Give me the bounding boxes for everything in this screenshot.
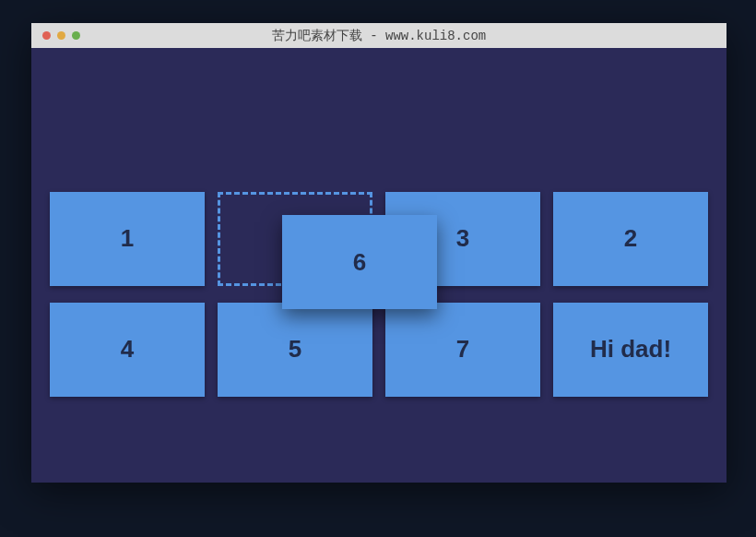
card-2[interactable]: 2: [553, 192, 708, 286]
card-6-dragging[interactable]: 6: [282, 215, 437, 309]
card-5[interactable]: 5: [218, 303, 372, 397]
card-1[interactable]: 1: [50, 192, 205, 286]
titlebar: 苦力吧素材下载 - www.kuli8.com: [31, 23, 726, 48]
card-hi-dad[interactable]: Hi dad!: [553, 303, 708, 397]
maximize-icon[interactable]: [72, 31, 80, 40]
window-controls: [42, 31, 80, 40]
close-icon[interactable]: [42, 31, 51, 40]
window-title: 苦力吧素材下载 - www.kuli8.com: [31, 28, 726, 44]
minimize-icon[interactable]: [57, 31, 65, 40]
browser-window: 苦力吧素材下载 - www.kuli8.com 1 3 2 4 5 7 Hi d…: [31, 23, 726, 483]
card-7[interactable]: 7: [385, 303, 540, 397]
card-4[interactable]: 4: [50, 303, 205, 397]
window-content: 1 3 2 4 5 7 Hi dad! 6: [31, 48, 726, 483]
